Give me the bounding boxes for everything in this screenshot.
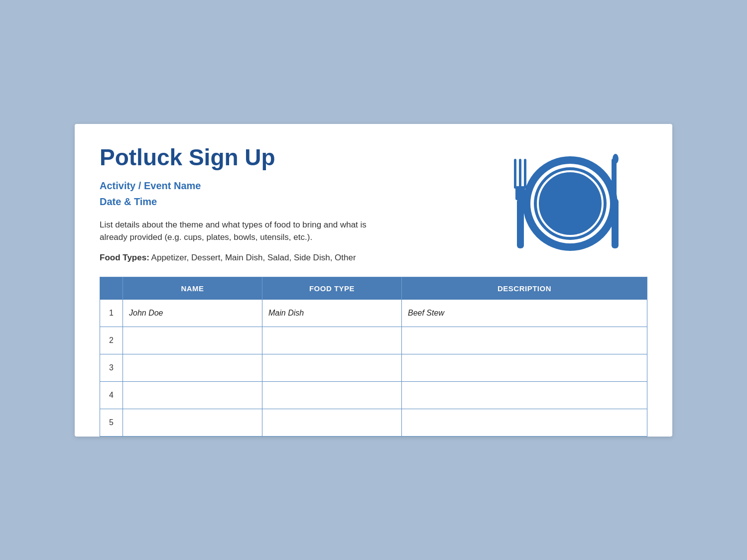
col-header-food: FOOD TYPE <box>262 277 402 300</box>
svg-point-7 <box>534 167 607 240</box>
table-row: 4 <box>100 381 647 409</box>
row-food-1: Main Dish <box>262 300 402 327</box>
table-row: 1 John Doe Main Dish Beef Stew <box>100 300 647 327</box>
date-time-label: Date & Time <box>100 194 488 210</box>
row-desc-2 <box>402 327 647 354</box>
row-num-1: 1 <box>100 300 123 327</box>
col-header-desc: DESCRIPTION <box>402 277 647 300</box>
row-num-3: 3 <box>100 354 123 381</box>
row-food-2 <box>262 327 402 354</box>
page-title: Potluck Sign Up <box>100 144 488 171</box>
svg-rect-0 <box>517 199 524 248</box>
row-num-4: 4 <box>100 381 123 409</box>
svg-rect-1 <box>514 159 516 189</box>
table-row: 5 <box>100 409 647 436</box>
row-name-3 <box>123 354 262 381</box>
event-name-label: Activity / Event Name <box>100 178 488 194</box>
svg-rect-2 <box>519 159 521 189</box>
svg-rect-10 <box>612 159 617 199</box>
row-num-2: 2 <box>100 327 123 354</box>
col-header-name: NAME <box>123 277 262 300</box>
svg-rect-3 <box>524 159 526 189</box>
svg-point-11 <box>613 154 619 164</box>
row-name-2 <box>123 327 262 354</box>
food-types-line: Food Types: Appetizer, Dessert, Main Dis… <box>100 253 488 263</box>
main-card: Potluck Sign Up Activity / Event Name Da… <box>75 124 672 437</box>
description-text: List details about the theme and what ty… <box>100 219 378 244</box>
row-name-4 <box>123 381 262 409</box>
row-food-3 <box>262 354 402 381</box>
food-types-label: Food Types: <box>100 253 149 262</box>
col-header-num <box>100 277 123 300</box>
row-desc-1: Beef Stew <box>402 300 647 327</box>
row-desc-3 <box>402 354 647 381</box>
row-desc-4 <box>402 381 647 409</box>
signup-table-section: NAME FOOD TYPE DESCRIPTION 1 John Doe Ma… <box>100 277 647 437</box>
dinner-set-icon <box>503 149 632 258</box>
row-name-5 <box>123 409 262 436</box>
plate-icon-area <box>488 144 647 258</box>
row-num-5: 5 <box>100 409 123 436</box>
row-food-5 <box>262 409 402 436</box>
signup-table: NAME FOOD TYPE DESCRIPTION 1 John Doe Ma… <box>100 277 647 437</box>
row-name-1: John Doe <box>123 300 262 327</box>
food-types-value: Appetizer, Dessert, Main Dish, Salad, Si… <box>149 253 356 262</box>
header-text: Potluck Sign Up Activity / Event Name Da… <box>100 144 488 263</box>
row-food-4 <box>262 381 402 409</box>
header-section: Potluck Sign Up Activity / Event Name Da… <box>100 144 647 263</box>
table-header-row: NAME FOOD TYPE DESCRIPTION <box>100 277 647 300</box>
row-desc-5 <box>402 409 647 436</box>
svg-rect-9 <box>612 199 619 248</box>
table-row: 2 <box>100 327 647 354</box>
table-row: 3 <box>100 354 647 381</box>
